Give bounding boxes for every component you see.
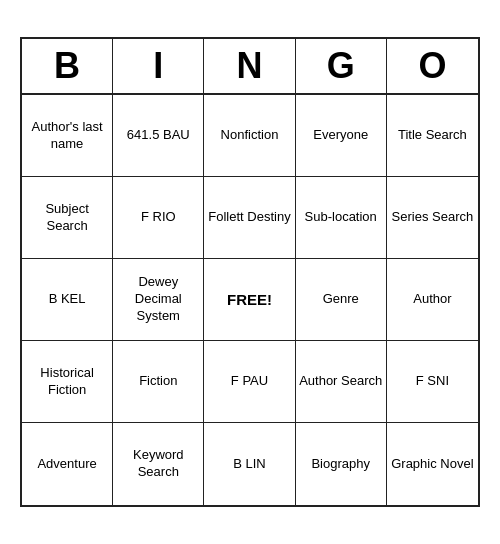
cell-text-r4c2: Fiction [139,373,177,390]
bingo-grid: Author's last name641.5 BAUNonfictionEve… [22,95,478,505]
cell-text-r2c3: Follett Destiny [208,209,290,226]
bingo-cell-r5c3: B LIN [204,423,295,505]
cell-text-r2c2: F RIO [141,209,176,226]
bingo-card: BINGO Author's last name641.5 BAUNonfict… [20,37,480,507]
bingo-cell-r2c5: Series Search [387,177,478,259]
bingo-cell-r3c3: FREE! [204,259,295,341]
cell-text-r1c5: Title Search [398,127,467,144]
bingo-cell-r4c3: F PAU [204,341,295,423]
bingo-letter-g: G [296,39,387,93]
bingo-letter-n: N [204,39,295,93]
bingo-cell-r2c2: F RIO [113,177,204,259]
bingo-cell-r2c4: Sub-location [296,177,387,259]
cell-text-r4c4: Author Search [299,373,382,390]
bingo-letter-i: I [113,39,204,93]
cell-text-r1c3: Nonfiction [221,127,279,144]
bingo-cell-r1c5: Title Search [387,95,478,177]
bingo-cell-r1c1: Author's last name [22,95,113,177]
cell-text-r5c1: Adventure [37,456,96,473]
cell-text-r1c4: Everyone [313,127,368,144]
bingo-letter-b: B [22,39,113,93]
bingo-cell-r5c4: Biography [296,423,387,505]
bingo-cell-r5c1: Adventure [22,423,113,505]
bingo-cell-r2c1: Subject Search [22,177,113,259]
bingo-cell-r2c3: Follett Destiny [204,177,295,259]
cell-text-r3c3: FREE! [227,290,272,310]
bingo-cell-r4c1: Historical Fiction [22,341,113,423]
cell-text-r5c3: B LIN [233,456,266,473]
bingo-header: BINGO [22,39,478,95]
cell-text-r5c5: Graphic Novel [391,456,473,473]
bingo-cell-r4c4: Author Search [296,341,387,423]
cell-text-r3c2: Dewey Decimal System [116,274,200,325]
cell-text-r5c2: Keyword Search [116,447,200,481]
cell-text-r4c5: F SNI [416,373,449,390]
cell-text-r4c3: F PAU [231,373,268,390]
bingo-cell-r3c5: Author [387,259,478,341]
cell-text-r2c4: Sub-location [305,209,377,226]
bingo-cell-r1c3: Nonfiction [204,95,295,177]
bingo-letter-o: O [387,39,478,93]
cell-text-r5c4: Biography [311,456,370,473]
bingo-cell-r5c2: Keyword Search [113,423,204,505]
bingo-cell-r3c2: Dewey Decimal System [113,259,204,341]
cell-text-r3c5: Author [413,291,451,308]
cell-text-r4c1: Historical Fiction [25,365,109,399]
bingo-cell-r4c5: F SNI [387,341,478,423]
bingo-cell-r1c4: Everyone [296,95,387,177]
bingo-cell-r3c1: B KEL [22,259,113,341]
bingo-cell-r4c2: Fiction [113,341,204,423]
cell-text-r3c1: B KEL [49,291,86,308]
cell-text-r3c4: Genre [323,291,359,308]
cell-text-r2c1: Subject Search [25,201,109,235]
bingo-cell-r3c4: Genre [296,259,387,341]
cell-text-r2c5: Series Search [392,209,474,226]
cell-text-r1c1: Author's last name [25,119,109,153]
cell-text-r1c2: 641.5 BAU [127,127,190,144]
bingo-cell-r1c2: 641.5 BAU [113,95,204,177]
bingo-cell-r5c5: Graphic Novel [387,423,478,505]
